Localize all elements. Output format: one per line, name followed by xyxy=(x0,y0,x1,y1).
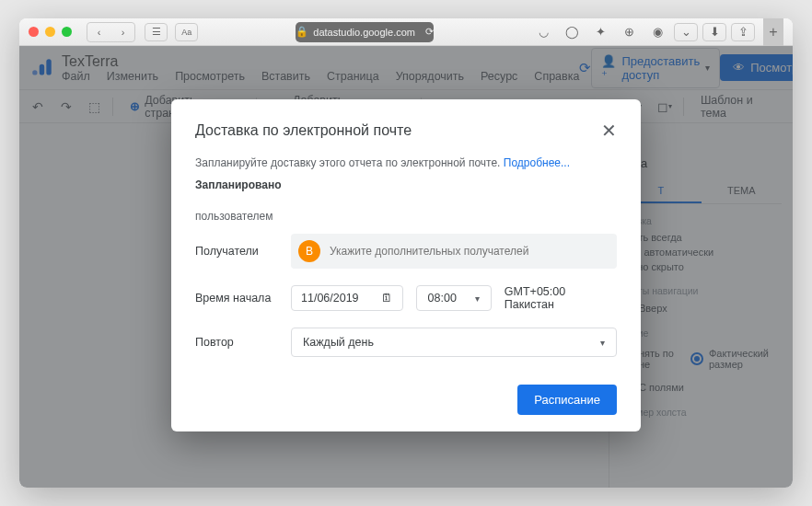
lock-icon: 🔒 xyxy=(296,26,308,38)
pocket-icon[interactable]: ◡ xyxy=(531,23,555,41)
minimize-window[interactable] xyxy=(45,27,55,37)
close-icon[interactable]: ✕ xyxy=(601,120,617,142)
maximize-window[interactable] xyxy=(62,27,72,37)
close-window[interactable] xyxy=(29,27,39,37)
recipients-input[interactable] xyxy=(330,245,609,258)
calendar-icon: 🗓 xyxy=(381,292,393,305)
date-picker[interactable]: 11/06/2019 🗓 xyxy=(291,285,403,311)
schedule-button[interactable]: Расписание xyxy=(517,385,617,415)
chevron-down-icon: ▾ xyxy=(600,338,605,348)
browser-window: ‹ › ☰ Aa 🔒 datastudio.google.com ⟳ ◡ ◯ ✦… xyxy=(19,18,793,488)
learn-more-link[interactable]: Подробнее... xyxy=(504,156,570,169)
back-button[interactable]: ‹ xyxy=(87,23,110,41)
recipients-input-box[interactable]: B xyxy=(291,234,617,269)
recipient-chip-avatar[interactable]: B xyxy=(298,240,320,262)
forward-button[interactable]: › xyxy=(111,23,134,41)
nav-buttons: ‹ › xyxy=(87,22,135,42)
download-icon[interactable]: ⌄ xyxy=(674,23,698,41)
modal-title: Доставка по электронной почте xyxy=(195,122,412,139)
chevron-down-icon: ▾ xyxy=(475,293,480,304)
extension-icon-4[interactable]: ◉ xyxy=(645,23,669,41)
extension-icon-1[interactable]: ◯ xyxy=(560,23,584,41)
timezone-label: GMT+05:00 Пакистан xyxy=(505,285,617,311)
recipients-row: Получатели B xyxy=(195,234,617,269)
download-icon-2[interactable]: ⬇ xyxy=(702,23,726,41)
sidebar-toggle[interactable]: ☰ xyxy=(145,23,168,41)
reload-icon[interactable]: ⟳ xyxy=(425,26,434,38)
reader-toggle[interactable]: Aa xyxy=(175,23,198,41)
extension-icon-3[interactable]: ⊕ xyxy=(617,23,641,41)
url-text: datastudio.google.com xyxy=(313,27,415,38)
extension-icon-2[interactable]: ✦ xyxy=(588,23,612,41)
new-tab-button[interactable]: + xyxy=(763,18,783,46)
start-time-label: Время начала xyxy=(195,292,278,305)
scheduled-label: Запланировано xyxy=(195,178,617,191)
repeat-label: Повтор xyxy=(195,336,278,349)
repeat-row: Повтор Каждый день ▾ xyxy=(195,328,617,357)
by-user-label: пользователем xyxy=(195,210,617,223)
url-bar[interactable]: 🔒 datastudio.google.com ⟳ xyxy=(296,22,434,42)
repeat-select[interactable]: Каждый день ▾ xyxy=(291,328,617,357)
titlebar: ‹ › ☰ Aa 🔒 datastudio.google.com ⟳ ◡ ◯ ✦… xyxy=(19,18,793,46)
time-picker[interactable]: 08:00 ▾ xyxy=(416,285,492,311)
share-icon[interactable]: ⇪ xyxy=(731,23,755,41)
start-time-row: Время начала 11/06/2019 🗓 08:00 ▾ GMT+05… xyxy=(195,285,617,311)
modal-description: Запланируйте доставку этого отчета по эл… xyxy=(195,156,617,169)
traffic-lights xyxy=(29,27,72,37)
email-delivery-modal: Доставка по электронной почте ✕ Запланир… xyxy=(171,99,641,431)
recipients-label: Получатели xyxy=(195,245,278,258)
titlebar-right: ◡ ◯ ✦ ⊕ ◉ ⌄ ⬇ ⇪ + xyxy=(531,18,783,46)
